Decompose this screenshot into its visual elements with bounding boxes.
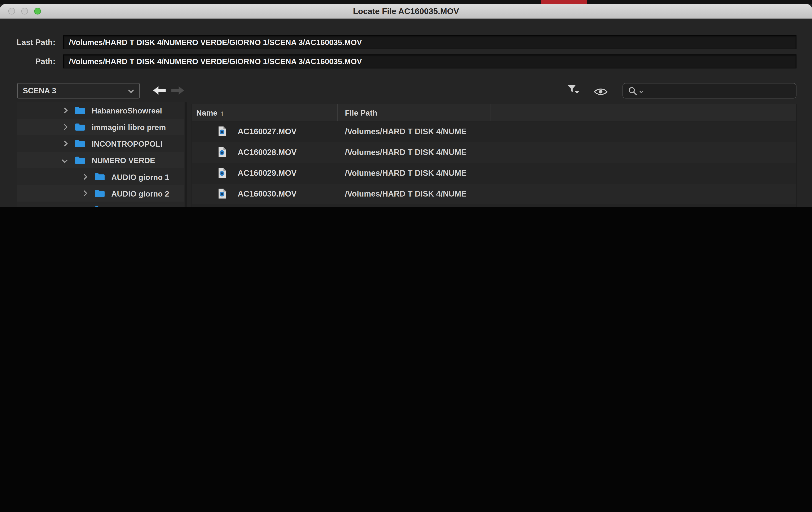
search-box[interactable] bbox=[622, 83, 796, 98]
file-row-ac160030-mov[interactable]: AC160030.MOV/Volumes/HARD T DISK 4/NUME bbox=[192, 184, 796, 204]
arrow-left-icon bbox=[153, 86, 166, 95]
folder-icon bbox=[94, 172, 105, 181]
tree-item-audio-giorno-1[interactable]: AUDIO giorno 1 bbox=[17, 168, 184, 185]
tree-vertical-scrollbar[interactable] bbox=[185, 102, 187, 207]
filter-button[interactable] bbox=[567, 84, 580, 97]
chevron-down-icon[interactable] bbox=[62, 157, 68, 163]
folder-icon bbox=[75, 106, 86, 115]
preview-button[interactable] bbox=[593, 88, 608, 99]
media-file-icon bbox=[218, 167, 227, 178]
tree-item-audio-giorno-3[interactable]: AUDIO giorno 3 bbox=[17, 201, 184, 207]
sort-ascending-icon: ↑ bbox=[221, 109, 224, 117]
file-rows: AC160027.MOV/Volumes/HARD T DISK 4/NUMEA… bbox=[192, 121, 796, 207]
background-red-accent bbox=[541, 0, 587, 4]
media-file-icon bbox=[218, 188, 227, 199]
path-label: Path: bbox=[6, 54, 56, 69]
chevron-down-icon bbox=[128, 87, 134, 93]
search-scope-chevron-icon[interactable] bbox=[640, 89, 643, 93]
file-name: AC160027.MOV bbox=[238, 121, 296, 142]
location-dropdown[interactable]: SCENA 3 bbox=[17, 83, 140, 98]
eye-icon bbox=[593, 88, 608, 97]
background-app-strip bbox=[0, 0, 812, 4]
chevron-right-icon[interactable] bbox=[62, 124, 68, 130]
file-name: AC160030.MOV bbox=[238, 184, 296, 204]
tree-item-label: NUMERO VERDE bbox=[92, 156, 155, 165]
tree-item-label: INCONTROPOPOLI bbox=[92, 139, 163, 148]
forward-button[interactable] bbox=[171, 86, 184, 95]
location-dropdown-value: SCENA 3 bbox=[23, 83, 56, 98]
tree-item-numero-verde[interactable]: NUMERO VERDE bbox=[17, 152, 184, 168]
media-file-icon bbox=[218, 126, 227, 137]
name-header-label: Name bbox=[196, 108, 218, 117]
tree-item-incontropopoli[interactable]: INCONTROPOPOLI bbox=[17, 135, 184, 152]
chevron-right-icon[interactable] bbox=[62, 107, 68, 113]
search-input[interactable] bbox=[648, 84, 792, 97]
folder-tree: HabaneroShowreelimmagini libro premINCON… bbox=[17, 102, 184, 207]
file-row-ac160029-mov[interactable]: AC160029.MOV/Volumes/HARD T DISK 4/NUME bbox=[192, 163, 796, 184]
chevron-right-icon[interactable] bbox=[62, 141, 68, 146]
titlebar: Locate File AC160035.MOV bbox=[0, 4, 812, 19]
media-file-icon bbox=[218, 146, 227, 158]
file-path: /Volumes/HARD T DISK 4/NUME bbox=[345, 204, 466, 207]
search-icon bbox=[628, 87, 637, 98]
tree-item-immagini-libro-prem[interactable]: immagini libro prem bbox=[17, 119, 184, 135]
file-path: /Volumes/HARD T DISK 4/NUME bbox=[345, 121, 466, 142]
file-path: /Volumes/HARD T DISK 4/NUME bbox=[345, 163, 466, 184]
column-divider[interactable] bbox=[337, 104, 338, 122]
tree-item-label: immagini libro prem bbox=[92, 123, 166, 131]
path-input[interactable] bbox=[63, 54, 796, 69]
file-path: /Volumes/HARD T DISK 4/NUME bbox=[345, 142, 466, 163]
chevron-right-icon[interactable] bbox=[82, 207, 87, 207]
file-list-header: Name↑ File Path bbox=[192, 104, 796, 122]
folder-icon bbox=[94, 189, 105, 197]
window-title: Locate File AC160035.MOV bbox=[0, 4, 812, 19]
chevron-right-icon[interactable] bbox=[82, 190, 87, 196]
back-button[interactable] bbox=[153, 86, 166, 95]
folder-icon bbox=[75, 123, 86, 131]
folder-icon bbox=[94, 206, 105, 207]
tree-item-label: AUDIO giorno 2 bbox=[111, 189, 169, 198]
file-row-ac160028-mov[interactable]: AC160028.MOV/Volumes/HARD T DISK 4/NUME bbox=[192, 142, 796, 163]
column-header-name[interactable]: Name↑ bbox=[196, 104, 224, 122]
arrow-right-icon bbox=[171, 86, 184, 95]
file-list: Name↑ File Path AC160027.MOV/Volumes/HAR… bbox=[192, 104, 796, 207]
locate-file-dialog: Locate File AC160035.MOV Last Path: Path… bbox=[0, 0, 812, 207]
last-path-label: Last Path: bbox=[6, 35, 56, 49]
chevron-right-icon[interactable] bbox=[82, 174, 87, 180]
file-row-ac160031-mov[interactable]: AC160031.MOV/Volumes/HARD T DISK 4/NUME bbox=[192, 204, 796, 207]
file-name: AC160028.MOV bbox=[238, 142, 296, 163]
column-header-file-path[interactable]: File Path bbox=[345, 104, 377, 122]
file-name: AC160029.MOV bbox=[238, 163, 296, 184]
folder-icon bbox=[75, 139, 86, 148]
tree-item-audio-giorno-2[interactable]: AUDIO giorno 2 bbox=[17, 185, 184, 201]
filter-funnel-icon bbox=[567, 84, 580, 95]
tree-item-label: AUDIO giorno 1 bbox=[111, 172, 169, 181]
tree-item-label: AUDIO giorno 3 bbox=[111, 206, 169, 207]
tree-item-habaneroshowreel[interactable]: HabaneroShowreel bbox=[17, 102, 184, 119]
file-name: AC160031.MOV bbox=[238, 204, 296, 207]
column-divider[interactable] bbox=[490, 104, 490, 122]
tree-item-label: HabaneroShowreel bbox=[92, 106, 162, 115]
file-path: /Volumes/HARD T DISK 4/NUME bbox=[345, 184, 466, 204]
file-row-ac160027-mov[interactable]: AC160027.MOV/Volumes/HARD T DISK 4/NUME bbox=[192, 121, 796, 142]
last-path-input[interactable] bbox=[63, 35, 796, 49]
folder-icon bbox=[75, 156, 86, 164]
